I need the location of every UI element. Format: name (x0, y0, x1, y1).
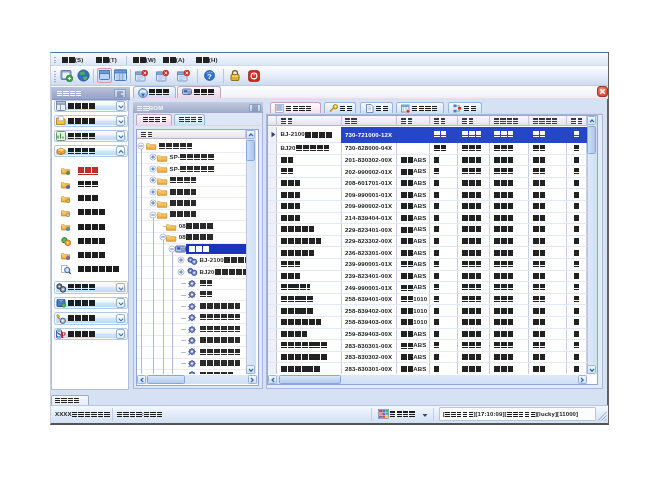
svg-text:?: ? (207, 72, 212, 81)
svg-text:P: P (61, 331, 66, 340)
